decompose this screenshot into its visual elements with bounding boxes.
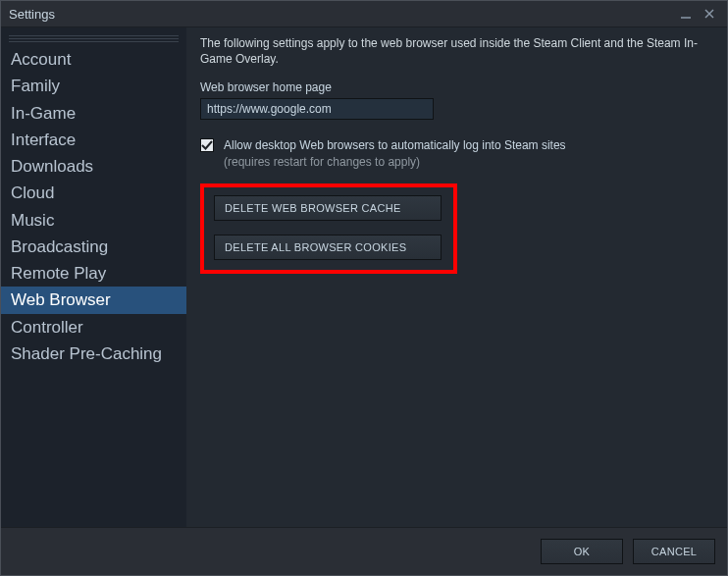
settings-sidebar: Account Family In-Game Interface Downloa… xyxy=(1,27,186,527)
sidebar-item-label: Controller xyxy=(11,318,83,337)
sidebar-item-label: Web Browser xyxy=(11,290,111,309)
sidebar-item-label: Shader Pre-Caching xyxy=(11,344,162,363)
button-label: CANCEL xyxy=(651,546,697,557)
sidebar-item-family[interactable]: Family xyxy=(1,73,186,99)
button-label: DELETE ALL BROWSER COOKIES xyxy=(225,241,406,253)
sidebar-item-downloads[interactable]: Downloads xyxy=(1,153,186,180)
button-label: DELETE WEB BROWSER CACHE xyxy=(225,202,401,214)
close-button[interactable] xyxy=(700,4,719,24)
autologin-checkbox[interactable] xyxy=(200,138,214,152)
ok-button[interactable]: OK xyxy=(541,539,623,564)
delete-cookies-button[interactable]: DELETE ALL BROWSER COOKIES xyxy=(214,235,442,260)
sidebar-item-shader-pre-caching[interactable]: Shader Pre-Caching xyxy=(1,340,186,367)
sidebar-item-label: Music xyxy=(11,211,54,230)
window-title: Settings xyxy=(9,7,55,22)
minimize-button[interactable] xyxy=(676,4,696,24)
sidebar-item-label: Family xyxy=(11,77,60,95)
autologin-sub-text: (requires restart for changes to apply) xyxy=(224,155,420,169)
titlebar: Settings xyxy=(1,1,727,26)
sidebar-grip xyxy=(9,35,179,42)
homepage-label: Web browser home page xyxy=(200,80,713,94)
sidebar-item-web-browser[interactable]: Web Browser xyxy=(1,287,186,313)
sidebar-item-account[interactable]: Account xyxy=(1,46,186,73)
sidebar-item-label: Interface xyxy=(11,131,76,149)
sidebar-item-label: Account xyxy=(11,50,71,69)
sidebar-item-label: Broadcasting xyxy=(11,237,108,256)
homepage-input[interactable] xyxy=(200,98,434,120)
sidebar-item-remote-play[interactable]: Remote Play xyxy=(1,260,186,287)
button-label: OK xyxy=(574,546,591,557)
sidebar-item-music[interactable]: Music xyxy=(1,207,186,234)
sidebar-item-interface[interactable]: Interface xyxy=(1,127,186,153)
settings-window: Settings Account Family In-Game Interfac… xyxy=(0,0,728,576)
delete-cache-button[interactable]: DELETE WEB BROWSER CACHE xyxy=(214,195,442,221)
settings-content: The following settings apply to the web … xyxy=(186,27,727,527)
sidebar-item-broadcasting[interactable]: Broadcasting xyxy=(1,234,186,260)
cancel-button[interactable]: CANCEL xyxy=(633,539,715,564)
dialog-footer: OK CANCEL xyxy=(1,528,727,575)
sidebar-item-label: In-Game xyxy=(11,104,76,123)
sidebar-item-controller[interactable]: Controller xyxy=(1,314,186,340)
annotation-highlight: DELETE WEB BROWSER CACHE DELETE ALL BROW… xyxy=(200,183,457,274)
sidebar-item-label: Remote Play xyxy=(11,264,106,283)
autologin-main-text: Allow desktop Web browsers to automatica… xyxy=(224,138,566,152)
sidebar-item-in-game[interactable]: In-Game xyxy=(1,100,186,127)
sidebar-item-label: Cloud xyxy=(11,183,54,202)
sidebar-item-cloud[interactable]: Cloud xyxy=(1,180,186,206)
autologin-label: Allow desktop Web browsers to automatica… xyxy=(224,137,566,169)
sidebar-item-label: Downloads xyxy=(11,157,93,176)
section-description: The following settings apply to the web … xyxy=(200,35,713,67)
